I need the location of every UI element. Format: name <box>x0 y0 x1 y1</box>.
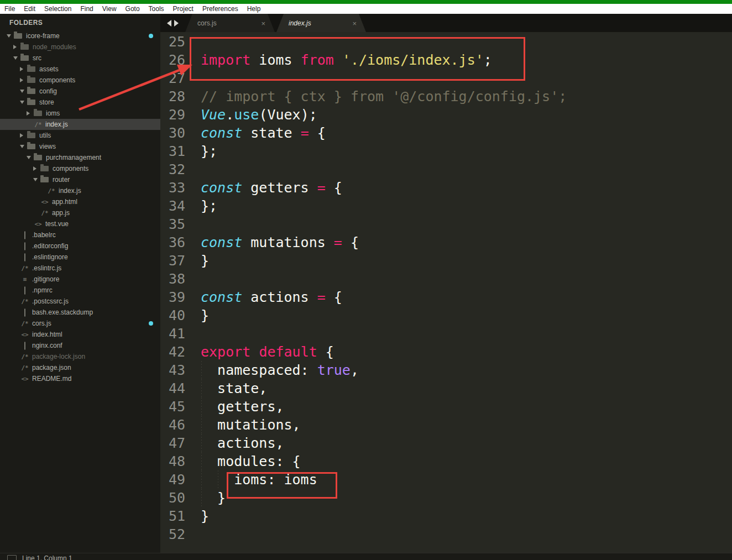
folder-expand-arrow-icon[interactable] <box>27 156 34 159</box>
sidebar-item-app.html[interactable]: <>app.html <box>0 196 160 207</box>
sidebar-item-.postcssrc.js[interactable]: /*.postcssrc.js <box>0 296 160 307</box>
sidebar-item-utils[interactable]: utils <box>0 130 160 141</box>
code-text: state, <box>191 379 732 397</box>
menu-item-file[interactable]: File <box>0 5 19 13</box>
sidebar-item-config[interactable]: config <box>0 86 160 97</box>
code-text: getters, <box>191 397 732 416</box>
sidebar-item-node_modules[interactable]: node_modules <box>0 41 160 53</box>
folder-collapse-arrow-icon[interactable] <box>20 67 27 71</box>
sidebar-item-components[interactable]: components <box>0 75 160 86</box>
sidebar-item-assets[interactable]: assets <box>0 64 160 75</box>
menu-item-view[interactable]: View <box>98 5 121 13</box>
line-number: 46 <box>160 416 191 434</box>
sidebar-item-src[interactable]: src <box>0 53 160 64</box>
folder-collapse-arrow-icon[interactable] <box>20 78 27 82</box>
sidebar-item-label: app.js <box>52 209 70 217</box>
sidebar-item-.babelrc[interactable]: .babelrc <box>0 229 160 240</box>
sidebar-item-index.js[interactable]: /*index.js <box>0 185 160 196</box>
sidebar-item-.eslintrc.js[interactable]: /*.eslintrc.js <box>0 263 160 274</box>
code-line: 45 getters, <box>160 397 732 416</box>
sidebar-item-components[interactable]: components <box>0 163 160 174</box>
tab-close-icon[interactable]: × <box>261 19 265 27</box>
code-text <box>191 270 732 288</box>
sidebar-item-label: package.json <box>32 364 71 371</box>
code-editor[interactable]: 2526import ioms from './ioms/index.js';2… <box>160 32 732 553</box>
code-text: }; <box>191 197 732 215</box>
token: const <box>201 234 242 250</box>
sidebar-item-.gitignore[interactable]: ≡.gitignore <box>0 274 160 285</box>
code-line: 39const actions = { <box>160 288 732 306</box>
folder-expand-arrow-icon[interactable] <box>20 90 27 93</box>
menu-item-goto[interactable]: Goto <box>121 5 144 13</box>
sidebar-item-label: router <box>53 176 70 184</box>
sidebar-item-test.vue[interactable]: <>test.vue <box>0 218 160 229</box>
sidebar-item-.eslintignore[interactable]: .eslintignore <box>0 252 160 263</box>
js-file-icon: /* <box>20 265 29 272</box>
folder-collapse-arrow-icon[interactable] <box>33 166 40 171</box>
sidebar-item-.editorconfig[interactable]: .editorconfig <box>0 240 160 252</box>
menu-item-preferences[interactable]: Preferences <box>198 5 243 13</box>
sidebar-item-label: .gitignore <box>32 275 59 283</box>
folder-collapse-arrow-icon[interactable] <box>27 111 34 116</box>
sidebar-item-cors.js[interactable]: /*cors.js <box>0 318 160 329</box>
sidebar-item-label: index.js <box>45 121 68 128</box>
sidebar-item-label: src <box>33 54 41 62</box>
token: './ioms/index.js' <box>342 52 484 68</box>
code-text: actions, <box>191 434 732 452</box>
sidebar-item-ioms[interactable]: ioms <box>0 108 160 119</box>
menu-item-find[interactable]: Find <box>76 5 97 13</box>
sidebar-item-package-lock.json[interactable]: /*package-lock.json <box>0 351 160 362</box>
menu-item-help[interactable]: Help <box>243 5 265 13</box>
sidebar-item-package.json[interactable]: /*package.json <box>0 362 160 373</box>
sidebar-item-nginx.conf[interactable]: nginx.conf <box>0 340 160 351</box>
folder-expand-arrow-icon[interactable] <box>13 56 20 60</box>
sidebar-item-purchmanagement[interactable]: purchmanagement <box>0 152 160 163</box>
indent-guide <box>201 397 202 416</box>
sidebar-item-label: cors.js <box>32 320 51 327</box>
folder-expand-arrow-icon[interactable] <box>20 101 27 104</box>
indent-guide <box>201 489 202 507</box>
js-file-icon: /* <box>47 187 56 195</box>
code-line: 43 namespaced: true, <box>160 361 732 379</box>
sidebar-item-router[interactable]: router <box>0 174 160 185</box>
line-number: 48 <box>160 452 191 470</box>
sublime-text-window: FileEditSelectionFindViewGotoToolsProjec… <box>0 0 732 560</box>
folder-collapse-arrow-icon[interactable] <box>20 133 27 138</box>
sidebar-item-views[interactable]: views <box>0 141 160 152</box>
code-line: 40} <box>160 306 732 325</box>
menu-item-edit[interactable]: Edit <box>19 5 40 13</box>
tab-label: index.js <box>289 19 311 27</box>
sidebar-item-store[interactable]: store <box>0 97 160 108</box>
token: { <box>342 234 359 250</box>
tab-index-js[interactable]: index.js× <box>276 14 366 32</box>
token: ; <box>484 52 492 68</box>
tabs: cors.js×index.js× <box>185 14 368 32</box>
code-line: 34}; <box>160 197 732 215</box>
code-line: 32 <box>160 160 732 179</box>
tab-scroll-left-icon[interactable] <box>167 20 171 27</box>
indent-guide <box>201 361 202 379</box>
token: const <box>201 125 242 141</box>
tab-close-icon[interactable]: × <box>352 19 357 27</box>
sidebar-item-readme.md[interactable]: <>README.md <box>0 373 160 384</box>
menu-item-project[interactable]: Project <box>169 5 198 13</box>
folder-expand-arrow-icon[interactable] <box>7 34 14 38</box>
sidebar-item-icore-frame[interactable]: icore-frame <box>0 30 160 41</box>
token: Vue <box>201 107 226 123</box>
sidebar-item-label: .babelrc <box>32 231 56 239</box>
sidebar-item-index.js[interactable]: /*index.js <box>0 119 160 130</box>
sidebar-item-bash.exe.stackdump[interactable]: bash.exe.stackdump <box>0 307 160 318</box>
sidebar-item-index.html[interactable]: <>index.html <box>0 329 160 340</box>
code-line: 31}; <box>160 142 732 160</box>
folder-collapse-arrow-icon[interactable] <box>13 45 20 49</box>
folder-expand-arrow-icon[interactable] <box>33 178 40 181</box>
tab-cors-js[interactable]: cors.js× <box>185 14 275 32</box>
menu-item-tools[interactable]: Tools <box>144 5 169 13</box>
sidebar-item-app.js[interactable]: /*app.js <box>0 207 160 218</box>
tab-scroll-right-icon[interactable] <box>174 20 179 27</box>
folder-expand-arrow-icon[interactable] <box>20 145 27 148</box>
tab-scroll-controls <box>160 14 185 32</box>
token <box>334 52 342 68</box>
menu-item-selection[interactable]: Selection <box>40 5 76 13</box>
sidebar-item-.npmrc[interactable]: .npmrc <box>0 285 160 296</box>
